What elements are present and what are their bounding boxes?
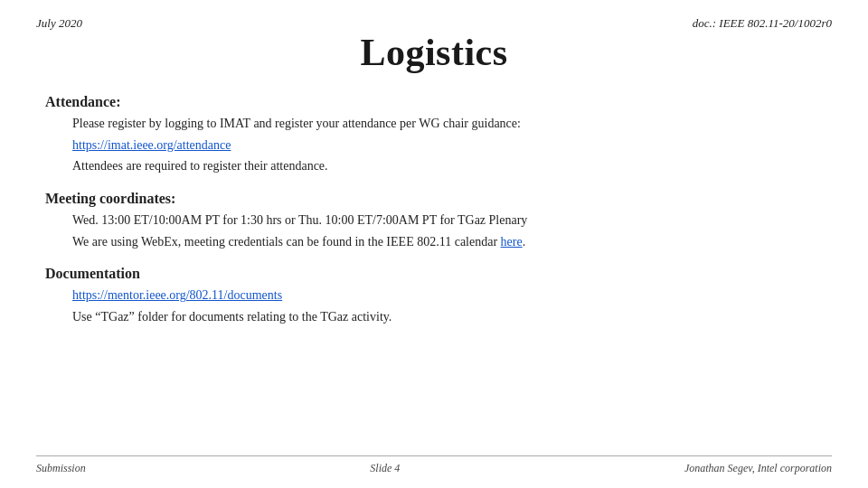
slide: July 2020 doc.: IEEE 802.11-20/1002r0 Lo… <box>0 0 868 488</box>
meeting-line2-prefix: We are using WebEx, meeting credentials … <box>72 235 501 249</box>
footer: Submission Slide 4 Jonathan Segev, Intel… <box>36 455 832 475</box>
documentation-link[interactable]: https://mentor.ieee.org/802.11/documents <box>72 288 282 302</box>
documentation-line2: Use “TGaz” folder for documents relating… <box>72 307 823 327</box>
footer-left: Submission <box>36 462 86 475</box>
header-date: July 2020 <box>36 16 82 31</box>
meeting-line1: Wed. 13:00 ET/10:00AM PT for 1:30 hrs or… <box>72 211 823 230</box>
footer-right: Jonathan Segev, Intel corporation <box>684 462 832 475</box>
header-doc: doc.: IEEE 802.11-20/1002r0 <box>693 16 832 31</box>
header-row: July 2020 doc.: IEEE 802.11-20/1002r0 <box>36 16 832 31</box>
attendance-body: Please register by logging to IMAT and r… <box>45 114 823 176</box>
meeting-line2-suffix: . <box>523 235 526 249</box>
content: Attendance: Please register by logging t… <box>36 87 832 455</box>
documentation-body: https://mentor.ieee.org/802.11/documents… <box>45 286 823 326</box>
attendance-link[interactable]: https://imat.ieee.org/attendance <box>72 138 231 152</box>
documentation-heading: Documentation <box>45 266 823 282</box>
attendance-line1: Please register by logging to IMAT and r… <box>72 114 823 134</box>
meeting-body: Wed. 13:00 ET/10:00AM PT for 1:30 hrs or… <box>45 211 823 251</box>
footer-center: Slide 4 <box>370 462 400 475</box>
attendance-line2: Attendees are required to register their… <box>72 156 823 176</box>
meeting-line2: We are using WebEx, meeting credentials … <box>72 232 823 252</box>
slide-title: Logistics <box>36 31 832 74</box>
meeting-link[interactable]: here <box>501 235 523 249</box>
attendance-heading: Attendance: <box>45 94 823 110</box>
meeting-heading: Meeting coordinates: <box>45 191 823 207</box>
